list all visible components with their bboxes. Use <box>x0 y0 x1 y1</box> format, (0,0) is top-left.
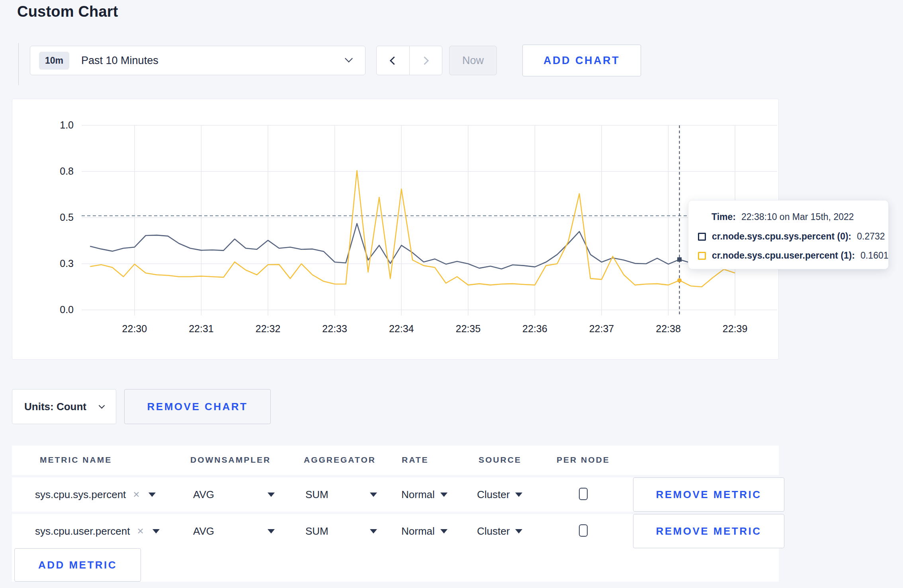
x-axis-tick-label: 22:39 <box>723 323 748 335</box>
add-metric-button[interactable]: ADD METRIC <box>14 548 141 582</box>
y-axis-tick-label: 0.8 <box>42 165 74 177</box>
y-axis-tick-label: 0.0 <box>42 304 74 315</box>
per-node-checkbox[interactable] <box>579 524 588 537</box>
caret-down-icon <box>268 493 275 497</box>
chevron-right-icon <box>420 56 429 64</box>
chevron-down-icon <box>99 402 105 409</box>
tooltip-series-value: 0.1601 <box>860 250 888 261</box>
x-axis-tick-label: 22:35 <box>456 323 481 335</box>
col-header-downsampler: DOWNSAMPLER <box>190 455 271 465</box>
downsampler-value: AVG <box>193 489 214 501</box>
user-series-legend-icon <box>698 252 706 260</box>
chevron-left-icon <box>390 56 398 64</box>
x-axis-tick-label: 22:31 <box>189 323 214 335</box>
toolbar-divider <box>18 43 19 85</box>
x-axis-tick-label: 22:34 <box>389 323 414 335</box>
units-label: Units: Count <box>24 401 86 413</box>
tooltip-series-row: cr.node.sys.cpu.sys.percent (0): 0.2732 <box>698 231 885 242</box>
time-range-dropdown[interactable]: 10m Past 10 Minutes <box>30 46 366 75</box>
tooltip-series-row: cr.node.sys.cpu.user.percent (1): 0.1601 <box>698 250 889 261</box>
page-title: Custom Chart <box>17 3 118 20</box>
x-axis-tick-label: 22:33 <box>322 323 347 335</box>
caret-down-icon <box>515 493 522 497</box>
metric-name-dropdown[interactable]: sys.cpu.user.percent × <box>35 514 160 548</box>
caret-down-icon <box>515 529 522 533</box>
downsampler-value: AVG <box>193 525 214 537</box>
aggregator-select[interactable]: SUM <box>305 514 377 548</box>
metric-row: sys.cpu.user.percent × AVG SUM Normal Cl… <box>12 514 779 548</box>
series-line <box>90 171 735 287</box>
per-node-checkbox[interactable] <box>579 488 588 500</box>
metric-name-dropdown[interactable]: sys.cpu.sys.percent × <box>35 477 156 512</box>
units-dropdown[interactable]: Units: Count <box>12 389 116 424</box>
source-value: Cluster <box>477 489 510 501</box>
tooltip-series-label: cr.node.sys.cpu.user.percent (1): <box>712 250 855 261</box>
hover-point-marker <box>677 257 682 262</box>
x-axis-tick-label: 22:32 <box>256 323 281 335</box>
source-select[interactable]: Cluster <box>477 514 522 548</box>
tooltip-series-label: cr.node.sys.cpu.sys.percent (0): <box>712 231 851 242</box>
metrics-table-footer: ADD METRIC <box>12 548 779 582</box>
source-select[interactable]: Cluster <box>477 477 522 512</box>
chart-hover-tooltip: Time: 22:38:10 on Mar 15th, 2022 cr.node… <box>688 200 889 269</box>
x-axis-tick-label: 22:36 <box>522 323 547 335</box>
series-line <box>90 224 735 269</box>
y-axis-tick-label: 0.5 <box>42 212 74 223</box>
custom-chart-page: Custom Chart 10m Past 10 Minutes Now ADD… <box>0 0 903 588</box>
aggregator-value: SUM <box>305 525 328 537</box>
col-header-per-node: PER NODE <box>557 455 610 465</box>
time-range-label: Past 10 Minutes <box>81 55 158 67</box>
caret-down-icon <box>370 529 377 533</box>
caret-down-icon <box>440 529 448 533</box>
metric-name-value: sys.cpu.user.percent <box>35 525 130 537</box>
caret-down-icon <box>440 493 448 497</box>
clear-metric-icon[interactable]: × <box>137 525 143 537</box>
rate-value: Normal <box>401 489 435 501</box>
source-value: Cluster <box>477 525 510 537</box>
metric-row: sys.cpu.sys.percent × AVG SUM Normal Clu… <box>12 477 779 512</box>
rate-select[interactable]: Normal <box>401 477 448 512</box>
tooltip-series-value: 0.2732 <box>857 231 885 242</box>
tooltip-time-row: Time: 22:38:10 on Mar 15th, 2022 <box>711 212 854 222</box>
x-axis-tick-label: 22:30 <box>122 323 147 335</box>
timeseries-chart[interactable] <box>12 99 779 360</box>
time-pager <box>376 46 442 75</box>
rate-select[interactable]: Normal <box>401 514 448 548</box>
remove-chart-button[interactable]: REMOVE CHART <box>124 389 271 424</box>
remove-metric-button[interactable]: REMOVE METRIC <box>633 477 784 512</box>
y-axis-tick-label: 1.0 <box>42 119 74 131</box>
aggregator-value: SUM <box>305 489 328 501</box>
x-axis-tick-label: 22:37 <box>589 323 614 335</box>
tooltip-time-label: Time: <box>711 212 736 222</box>
now-button[interactable]: Now <box>449 46 497 75</box>
remove-metric-button[interactable]: REMOVE METRIC <box>633 514 784 548</box>
col-header-aggregator: AGGREGATOR <box>304 455 376 465</box>
caret-down-icon <box>149 493 156 497</box>
aggregator-select[interactable]: SUM <box>305 477 377 512</box>
caret-down-icon <box>268 529 275 533</box>
chevron-down-icon <box>345 55 353 62</box>
metric-name-value: sys.cpu.sys.percent <box>35 489 126 501</box>
tooltip-time-value: 22:38:10 on Mar 15th, 2022 <box>741 212 854 222</box>
sys-series-legend-icon <box>698 233 706 241</box>
metrics-table-header: METRIC NAME DOWNSAMPLER AGGREGATOR RATE … <box>12 446 779 475</box>
prev-time-button[interactable] <box>377 46 410 75</box>
next-time-button[interactable] <box>410 46 442 75</box>
caret-down-icon <box>370 493 377 497</box>
col-header-rate: RATE <box>402 455 429 465</box>
clear-metric-icon[interactable]: × <box>133 488 139 501</box>
col-header-metric-name: METRIC NAME <box>40 455 112 465</box>
y-axis-tick-label: 0.3 <box>42 258 74 269</box>
rate-value: Normal <box>401 525 435 537</box>
downsampler-select[interactable]: AVG <box>193 477 275 512</box>
downsampler-select[interactable]: AVG <box>193 514 275 548</box>
hover-point-marker <box>677 278 682 282</box>
x-axis-tick-label: 22:38 <box>656 323 681 335</box>
time-range-badge: 10m <box>39 52 69 70</box>
add-chart-button[interactable]: ADD CHART <box>522 45 641 76</box>
col-header-source: SOURCE <box>479 455 522 465</box>
caret-down-icon <box>152 529 160 533</box>
